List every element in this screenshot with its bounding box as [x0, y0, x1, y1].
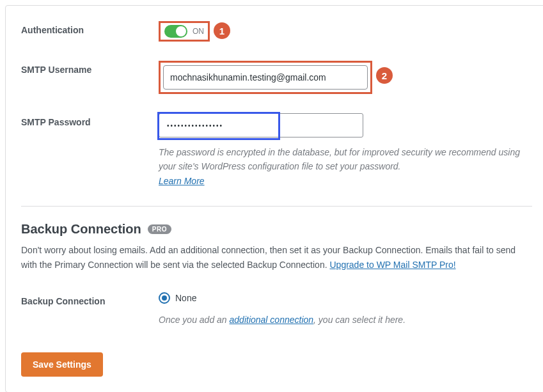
- additional-connection-link[interactable]: additional connection: [230, 315, 314, 325]
- learn-more-link[interactable]: Learn More: [159, 176, 205, 186]
- smtp-username-input[interactable]: [163, 65, 368, 90]
- save-settings-button[interactable]: Save Settings: [21, 352, 103, 377]
- authentication-label: Authentication: [21, 21, 159, 35]
- backup-connection-helper: Once you add an additional connection, y…: [159, 313, 532, 327]
- smtp-username-control: 2: [159, 61, 532, 94]
- backup-radio-none[interactable]: [159, 292, 170, 304]
- annotation-highlight-2: [159, 61, 372, 94]
- backup-connection-heading-text: Backup Connection: [21, 222, 141, 237]
- backup-connection-description: Don't worry about losing emails. Add an …: [21, 243, 532, 272]
- settings-panel: Authentication ON 1 SMTP Username 2: [5, 5, 543, 392]
- backup-connection-control: None Once you add an additional connecti…: [159, 292, 532, 327]
- smtp-username-label: SMTP Username: [21, 61, 159, 75]
- annotation-badge-2: 2: [376, 67, 393, 84]
- backup-radio-none-label: None: [175, 293, 196, 303]
- upgrade-link[interactable]: Upgrade to WP Mail SMTP Pro!: [329, 260, 455, 270]
- annotation-highlight-1: ON: [159, 21, 210, 42]
- backup-helper-pre: Once you add an: [159, 315, 230, 325]
- authentication-toggle-state: ON: [193, 27, 204, 36]
- authentication-row: Authentication ON 1: [21, 21, 532, 42]
- authentication-control: ON 1: [159, 21, 532, 42]
- smtp-password-helper: The password is encrypted in the databas…: [159, 145, 532, 188]
- annotation-badge-1: 1: [214, 22, 230, 39]
- smtp-password-value: ••••••••••••••••: [159, 122, 223, 129]
- smtp-password-input[interactable]: ••••••••••••••••: [159, 113, 363, 137]
- smtp-password-row: SMTP Password •••••••••••••••• The passw…: [21, 113, 532, 188]
- backup-connection-heading: Backup Connection PRO: [21, 222, 532, 237]
- pro-badge: PRO: [148, 224, 171, 234]
- smtp-password-label: SMTP Password: [21, 113, 159, 127]
- smtp-username-row: SMTP Username 2: [21, 61, 532, 94]
- section-divider: [21, 206, 532, 207]
- backup-connection-row: Backup Connection None Once you add an a…: [21, 292, 532, 327]
- smtp-password-control: •••••••••••••••• The password is encrypt…: [159, 113, 532, 188]
- authentication-toggle[interactable]: [164, 25, 187, 38]
- smtp-password-helper-text: The password is encrypted in the databas…: [159, 147, 520, 171]
- backup-radio-none-wrap: None: [159, 292, 532, 304]
- toggle-knob-icon: [176, 26, 186, 36]
- backup-connection-label: Backup Connection: [21, 292, 159, 306]
- backup-helper-post: , you can select it here.: [313, 315, 405, 325]
- radio-dot-icon: [162, 295, 167, 301]
